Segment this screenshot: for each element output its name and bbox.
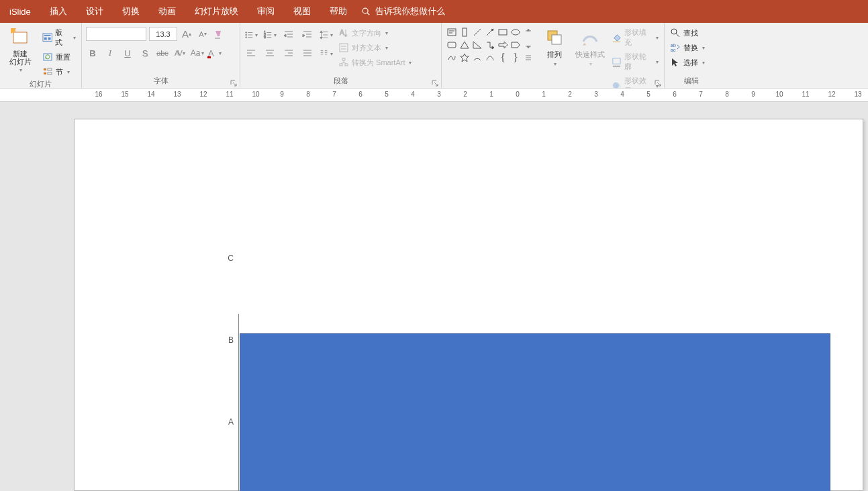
drawing-dialog-launcher[interactable] bbox=[654, 78, 662, 86]
select-button[interactable]: 选择 bbox=[669, 56, 706, 68]
ruler-label: 9 bbox=[280, 91, 284, 98]
align-text-label: 对齐文本 bbox=[352, 43, 381, 53]
ruler-label: 1 bbox=[542, 91, 546, 98]
smartart-button[interactable]: 转换为 SmartArt bbox=[337, 56, 413, 68]
replace-button[interactable]: abac替换 bbox=[669, 42, 706, 54]
svg-rect-63 bbox=[340, 44, 348, 52]
tab-view[interactable]: 视图 bbox=[284, 0, 320, 23]
font-dialog-launcher[interactable] bbox=[230, 78, 238, 86]
arrange-label: 排列 bbox=[547, 50, 562, 60]
arrange-button[interactable]: 排列 bbox=[538, 24, 570, 67]
font-size-input[interactable] bbox=[149, 27, 177, 41]
ruler-label: 13 bbox=[173, 91, 181, 98]
tab-help[interactable]: 帮助 bbox=[320, 0, 356, 23]
numbering-button[interactable]: 123 bbox=[263, 28, 277, 42]
shape-more-row2[interactable] bbox=[522, 39, 534, 51]
shape-free-icon[interactable] bbox=[446, 52, 458, 64]
shape-pentagon-icon[interactable] bbox=[510, 39, 522, 51]
shape-arrow-icon[interactable] bbox=[497, 39, 509, 51]
shape-fill-label: 形状填充 bbox=[624, 28, 652, 48]
slide-editor[interactable]: ABC bbox=[0, 102, 868, 491]
tab-islide[interactable]: iSlide bbox=[0, 0, 40, 23]
italic-button[interactable]: I bbox=[103, 46, 117, 60]
ruler-label: 11 bbox=[226, 91, 233, 98]
tab-review[interactable]: 审阅 bbox=[248, 0, 284, 23]
shape-elbow-icon[interactable] bbox=[484, 39, 496, 51]
svg-marker-86 bbox=[492, 46, 494, 49]
shape-arc-icon[interactable] bbox=[471, 52, 483, 64]
svg-marker-84 bbox=[461, 42, 469, 48]
shape-rbrace-icon[interactable]: } bbox=[510, 52, 522, 64]
chart-plot-area[interactable] bbox=[240, 333, 830, 491]
shape-lbrace-icon[interactable]: { bbox=[497, 52, 509, 64]
chart-category-label: B bbox=[226, 335, 234, 345]
layout-button[interactable]: 版式 bbox=[41, 27, 77, 48]
tab-animation[interactable]: 动画 bbox=[149, 0, 185, 23]
shape-line-icon[interactable] bbox=[471, 26, 483, 38]
clear-format-button[interactable] bbox=[212, 28, 226, 41]
align-text-icon bbox=[338, 42, 349, 53]
tab-transition[interactable]: 切换 bbox=[113, 0, 149, 23]
char-spacing-button[interactable]: AV bbox=[173, 46, 187, 60]
line-spacing-button[interactable] bbox=[320, 28, 333, 42]
align-left-button[interactable] bbox=[244, 47, 258, 60]
section-icon bbox=[42, 66, 53, 77]
shape-triangle-icon[interactable] bbox=[459, 39, 471, 51]
strike-button[interactable]: abc bbox=[156, 46, 169, 60]
svg-line-76 bbox=[474, 29, 481, 36]
tab-design[interactable]: 设计 bbox=[77, 0, 113, 23]
ruler-label: 5 bbox=[646, 91, 650, 98]
tab-insert[interactable]: 插入 bbox=[40, 0, 77, 23]
shape-textbox-icon[interactable] bbox=[446, 26, 458, 38]
increase-indent-button[interactable] bbox=[301, 28, 314, 42]
shrink-font-button[interactable]: A▾ bbox=[196, 28, 209, 41]
ruler-label: 12 bbox=[828, 91, 835, 98]
shape-star-icon[interactable] bbox=[459, 52, 471, 64]
ruler-label: 3 bbox=[437, 91, 441, 98]
shape-roundrect-icon[interactable] bbox=[446, 39, 458, 51]
align-center-button[interactable] bbox=[263, 47, 277, 60]
shape-expand-icon[interactable] bbox=[522, 52, 534, 64]
select-icon bbox=[670, 57, 681, 68]
shape-arrowline-icon[interactable] bbox=[484, 26, 496, 38]
shape-outline-button[interactable]: 形状轮廓 bbox=[610, 51, 660, 72]
shape-vtext-icon[interactable] bbox=[459, 26, 471, 38]
shape-curve-icon[interactable] bbox=[484, 52, 496, 64]
shadow-button[interactable]: S bbox=[138, 46, 152, 60]
new-slide-button[interactable]: 新建 幻灯片 bbox=[4, 24, 37, 73]
tell-me[interactable]: 告诉我你想做什么 bbox=[360, 5, 445, 17]
shape-oval-icon[interactable] bbox=[510, 26, 522, 38]
underline-button[interactable]: U bbox=[121, 46, 134, 60]
grow-font-button[interactable]: A▴ bbox=[180, 28, 193, 41]
section-button[interactable]: 节 bbox=[41, 66, 77, 78]
ruler-label: 6 bbox=[358, 91, 363, 98]
tab-slideshow[interactable]: 幻灯片放映 bbox=[185, 0, 248, 23]
paragraph-dialog-launcher[interactable] bbox=[431, 78, 439, 86]
shapes-gallery[interactable]: { } bbox=[446, 26, 534, 64]
decrease-indent-button[interactable] bbox=[282, 28, 295, 42]
font-color-button[interactable]: A bbox=[208, 46, 222, 60]
quick-styles-button[interactable]: 快速样式 bbox=[574, 24, 606, 67]
align-right-button[interactable] bbox=[282, 47, 295, 60]
columns-button[interactable] bbox=[320, 47, 333, 60]
change-case-button[interactable]: Aa bbox=[191, 46, 204, 60]
svg-rect-75 bbox=[463, 28, 467, 36]
ruler-label: 10 bbox=[252, 91, 259, 98]
justify-button[interactable] bbox=[301, 47, 314, 60]
ruler-horizontal: 1615141312111098765432101234567891011121… bbox=[0, 89, 868, 102]
reset-label: 重置 bbox=[56, 52, 70, 62]
shape-rtriangle-icon[interactable] bbox=[471, 39, 483, 51]
shape-rect-icon[interactable] bbox=[497, 26, 509, 38]
find-button[interactable]: 查找 bbox=[669, 27, 706, 39]
new-slide-icon bbox=[9, 27, 31, 48]
font-name-input[interactable] bbox=[86, 27, 146, 41]
bold-button[interactable]: B bbox=[86, 46, 99, 60]
align-text-button[interactable]: 对齐文本 bbox=[337, 42, 413, 54]
find-icon bbox=[670, 28, 681, 38]
text-direction-button[interactable]: A文字方向 bbox=[337, 27, 413, 39]
shape-fill-button[interactable]: 形状填充 bbox=[610, 27, 660, 48]
reset-button[interactable]: 重置 bbox=[41, 51, 77, 63]
bullets-button[interactable] bbox=[244, 28, 258, 42]
svg-rect-68 bbox=[345, 64, 348, 66]
shape-more-row1[interactable] bbox=[522, 26, 534, 38]
